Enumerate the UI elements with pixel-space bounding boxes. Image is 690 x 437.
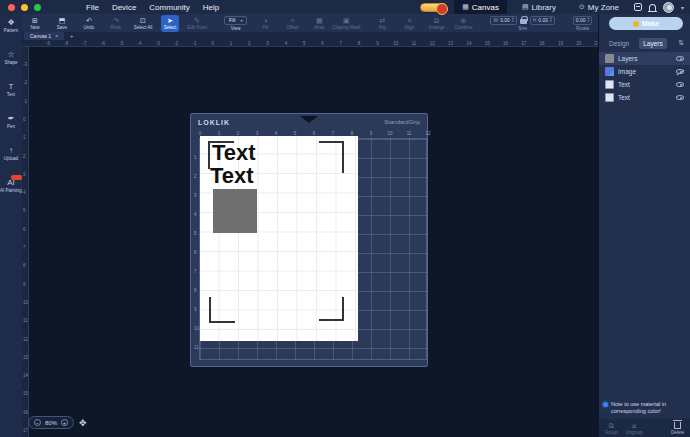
edit-point-button[interactable]: ✎ Edit Point xyxy=(188,15,206,32)
reg-mark-bottom-left xyxy=(209,297,211,323)
layer-thumbnail xyxy=(605,93,614,102)
layer-row-image[interactable]: Image xyxy=(599,65,690,78)
ungroup-button[interactable]: ⧈ Ungroup xyxy=(626,422,643,435)
layer-row-text-2[interactable]: Text xyxy=(599,91,690,104)
sort-layers-icon[interactable]: ⇅ xyxy=(678,39,684,47)
select-tool-button[interactable]: ➤ Select xyxy=(161,15,179,32)
pattern-icon: ❖ xyxy=(7,18,14,27)
align-menu-button[interactable]: ≡ Align xyxy=(400,15,418,32)
cutting-mat[interactable]: LOKLIK StandardGrip 01234567891011121234… xyxy=(190,113,428,367)
save-button[interactable]: ⬒ Save xyxy=(53,15,71,32)
hint-dot-icon xyxy=(603,402,608,407)
stepper-arrows-icon[interactable]: ▴▾ xyxy=(512,17,514,22)
material-hint: Note to use material in corresponding co… xyxy=(603,401,687,415)
menu-file[interactable]: File xyxy=(86,3,99,12)
layer-row-text-1[interactable]: Text xyxy=(599,78,690,91)
sidebar-item-ai-painting[interactable]: AI AI Painting xyxy=(0,178,22,193)
visibility-eye-icon[interactable] xyxy=(676,95,684,100)
visibility-eye-off-icon[interactable] xyxy=(676,69,684,74)
fill-button[interactable]: ◑ Fill xyxy=(256,15,274,32)
window-close-button[interactable] xyxy=(8,4,15,11)
visibility-eye-icon[interactable] xyxy=(676,56,684,61)
visibility-eye-icon[interactable] xyxy=(676,82,684,87)
tab-layers[interactable]: Layers xyxy=(639,38,667,49)
arrange-menu-button[interactable]: ⧉ Arrange xyxy=(427,15,445,32)
undo-button[interactable]: ↶ Undo xyxy=(80,15,98,32)
right-panel: Make Design Layers ⇅ Layers Image Text xyxy=(598,14,690,437)
select-all-button[interactable]: ⊡ Select All xyxy=(134,15,152,32)
canvas-1-tab[interactable]: Canvas 1 × xyxy=(24,32,64,40)
align-icon: ≡ xyxy=(407,17,411,24)
sidebar-item-text[interactable]: T Text xyxy=(0,82,22,97)
rotate-input[interactable]: 0.00 ▴▾ xyxy=(573,16,593,25)
promo-badge-icon[interactable] xyxy=(420,3,447,12)
artboard-paper[interactable]: Text Text xyxy=(200,136,358,341)
vertical-ruler: -3-2-101234567891011121314151617181920 xyxy=(22,47,29,437)
window-minimize-button[interactable] xyxy=(21,4,28,11)
close-tab-icon[interactable]: × xyxy=(55,33,58,39)
redo-button[interactable]: ↷ Redo xyxy=(107,15,125,32)
layer-thumbnail xyxy=(605,80,614,89)
reg-mark-top-right xyxy=(319,141,344,143)
rotate-group: 0.00 ▴▾ Rotate xyxy=(573,16,593,31)
array-icon: ▦ xyxy=(316,17,323,24)
sidebar-item-pen[interactable]: ✒ Pen xyxy=(0,114,22,129)
text-element-2[interactable]: Text xyxy=(210,165,254,187)
avatar-chevron-down-icon[interactable]: ▾ xyxy=(681,4,684,11)
sidebar-item-shape[interactable]: ☆ Shape xyxy=(0,50,22,65)
reg-mark-bottom-right xyxy=(342,297,344,321)
menubar: File Device Community Help ▦ Canvas ▤ Li… xyxy=(0,0,690,14)
canvas-workspace[interactable]: -9-8-7-6-5-4-3-2-10123456789101112131415… xyxy=(22,40,598,437)
arrange-icon: ⧉ xyxy=(434,17,439,24)
layer-row-layers[interactable]: Layers xyxy=(599,52,690,65)
zoom-pill: − 80% + xyxy=(28,416,74,429)
clipping-mask-button[interactable]: ▣ Clipping Mask xyxy=(337,15,355,32)
add-canvas-button[interactable]: + xyxy=(70,33,74,39)
menu-list: File Device Community Help xyxy=(86,3,219,12)
new-button[interactable]: ⊞ New xyxy=(26,15,44,32)
sidebar-item-pattern[interactable]: ❖ Pattern xyxy=(0,18,22,33)
array-button[interactable]: ▦ Array xyxy=(310,15,328,32)
app-window: File Device Community Help ▦ Canvas ▤ Li… xyxy=(0,0,690,437)
stepper-arrows-icon[interactable]: ▴▾ xyxy=(588,17,590,22)
view-mode-dropdown[interactable]: Fill ▾ xyxy=(224,16,247,25)
tab-canvas[interactable]: ▦ Canvas xyxy=(454,0,507,14)
menu-device[interactable]: Device xyxy=(112,3,136,12)
text-element-1[interactable]: Text xyxy=(212,142,256,164)
zoom-in-button[interactable]: + xyxy=(61,419,68,426)
window-zoom-button[interactable] xyxy=(34,4,41,11)
square-image-element[interactable] xyxy=(213,189,257,233)
stepper-arrows-icon[interactable]: ▴▾ xyxy=(550,17,552,22)
width-input[interactable]: W 0.00 ▴▾ xyxy=(490,16,516,25)
lock-ratio-icon[interactable] xyxy=(520,19,527,24)
canvas-grid-icon: ▦ xyxy=(462,3,469,11)
offset-icon: ✧ xyxy=(289,17,295,24)
panel-tabs: Design Layers ⇅ xyxy=(599,36,690,50)
view-group: Fill ▾ View xyxy=(224,16,247,31)
height-input[interactable]: H 0.00 ▴▾ xyxy=(530,16,555,25)
layer-thumbnail xyxy=(605,54,614,63)
group-icon: ⧉ xyxy=(609,422,614,429)
user-avatar[interactable] xyxy=(663,2,674,13)
combine-menu-button[interactable]: ⊕ Combine xyxy=(454,15,472,32)
undo-icon: ↶ xyxy=(86,17,92,24)
offset-button[interactable]: ✧ Offset xyxy=(283,15,301,32)
mat-brand-label: LOKLIK xyxy=(198,119,230,126)
new-feature-badge xyxy=(11,175,22,180)
menu-community[interactable]: Community xyxy=(149,3,189,12)
notification-bell-icon[interactable] xyxy=(649,4,656,11)
zoom-out-button[interactable]: − xyxy=(34,419,41,426)
tab-my-zone[interactable]: ⊙ My Zone xyxy=(571,0,627,14)
tab-library[interactable]: ▤ Library xyxy=(514,0,564,14)
sidebar-item-upload[interactable]: ↑ Upload xyxy=(0,146,22,161)
delete-button[interactable]: Delete xyxy=(671,422,684,435)
menu-help[interactable]: Help xyxy=(203,3,219,12)
group-button[interactable]: ⧉ Group xyxy=(605,422,618,435)
tab-design[interactable]: Design xyxy=(605,38,633,49)
make-button[interactable]: Make xyxy=(609,17,683,30)
toolbar: ⊞ New ⬒ Save ↶ Undo ↷ Redo ⊡ Select All … xyxy=(22,14,598,32)
calendar-icon[interactable] xyxy=(634,3,642,11)
pan-hand-icon[interactable]: ✥ xyxy=(79,418,87,428)
flip-menu-button[interactable]: ⇄ Flip xyxy=(373,15,391,32)
pen-icon: ✒ xyxy=(8,114,15,123)
